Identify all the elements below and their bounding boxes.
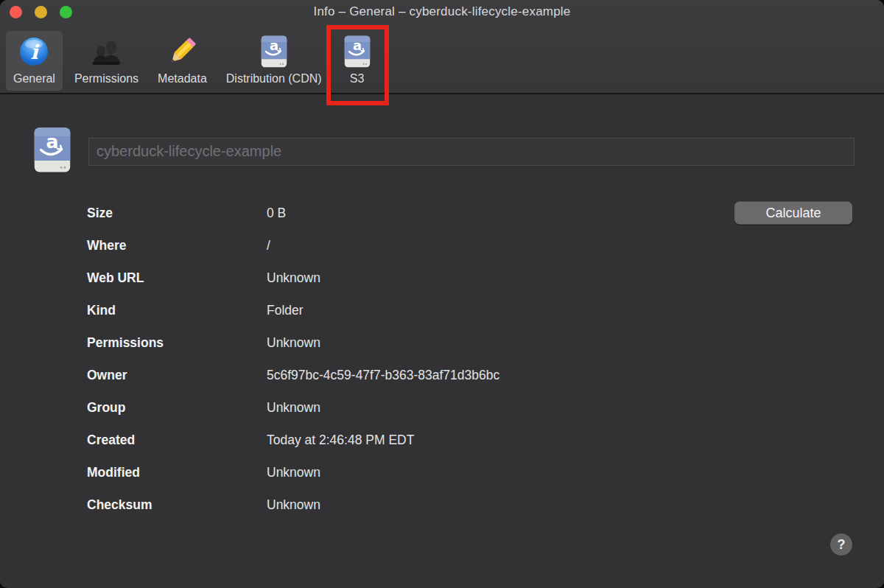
row-kind: Kind Folder: [0, 294, 884, 326]
titlebar: Info – General – cyberduck-lifecycle-exa…: [0, 0, 884, 24]
row-value: Unknown: [267, 270, 884, 286]
tab-label: Permissions: [74, 72, 138, 85]
row-group: Group Unknown: [0, 391, 884, 424]
window-chrome: Info – General – cyberduck-lifecycle-exa…: [0, 0, 884, 94]
window-title: Info – General – cyberduck-lifecycle-exa…: [0, 4, 884, 19]
amazon-drive-icon: [258, 35, 290, 69]
tab-metadata[interactable]: Metadata: [150, 31, 214, 91]
row-label: Permissions: [87, 335, 267, 351]
amazon-drive-icon: [29, 127, 75, 176]
row-label: Web URL: [87, 270, 267, 286]
row-value: Folder: [267, 303, 884, 318]
row-value: 5c6f97bc-4c59-47f7-b363-83af71d3b6bc: [267, 368, 884, 383]
row-value: Unknown: [267, 400, 884, 416]
row-label: Checksum: [87, 497, 267, 513]
row-value: Unknown: [267, 465, 884, 480]
row-permissions: Permissions Unknown: [0, 326, 884, 359]
general-panel: cyberduck-lifecycle-example Size 0 B Cal…: [0, 94, 884, 587]
tab-label: General: [13, 72, 55, 85]
row-label: Owner: [87, 368, 267, 383]
filename-field[interactable]: cyberduck-lifecycle-example: [88, 138, 855, 166]
file-header: cyberduck-lifecycle-example: [0, 94, 884, 176]
filename-text: cyberduck-lifecycle-example: [97, 143, 281, 160]
row-label: Kind: [87, 303, 267, 318]
row-created: Created Today at 2:46:48 PM EDT: [0, 424, 884, 456]
help-button[interactable]: ?: [830, 533, 852, 556]
calculate-button[interactable]: Calculate: [734, 202, 852, 225]
row-checksum: Checksum Unknown: [0, 489, 884, 521]
row-web-url: Web URL Unknown: [0, 262, 884, 294]
row-value: /: [267, 238, 884, 253]
tab-label: S3: [350, 72, 365, 85]
tab-label: Metadata: [158, 72, 207, 85]
row-value: Unknown: [267, 335, 884, 351]
people-icon: [88, 35, 124, 69]
tab-general[interactable]: i General: [6, 31, 63, 91]
row-label: Where: [87, 238, 267, 253]
row-where: Where /: [0, 229, 884, 262]
tab-distribution-cdn[interactable]: Distribution (CDN): [219, 31, 329, 91]
info-rows: Size 0 B Calculate Where / Web URL Unkno…: [0, 197, 884, 521]
tab-s3[interactable]: S3: [334, 31, 381, 91]
row-size: Size 0 B Calculate: [0, 197, 884, 229]
pencil-icon: [165, 35, 199, 69]
info-icon: i: [20, 35, 48, 69]
row-label: Size: [87, 206, 267, 221]
amazon-drive-icon: [341, 35, 373, 69]
row-label: Group: [87, 400, 267, 416]
row-label: Modified: [87, 465, 267, 480]
row-owner: Owner 5c6f97bc-4c59-47f7-b363-83af71d3b6…: [0, 359, 884, 391]
row-modified: Modified Unknown: [0, 456, 884, 489]
row-value: Unknown: [267, 497, 884, 513]
info-window: Info – General – cyberduck-lifecycle-exa…: [0, 0, 884, 588]
toolbar: i General Permissions Metadata: [0, 24, 884, 93]
tab-label: Distribution (CDN): [226, 72, 322, 85]
row-label: Created: [87, 433, 267, 448]
row-value: Today at 2:46:48 PM EDT: [267, 433, 884, 448]
tab-permissions[interactable]: Permissions: [67, 31, 146, 91]
